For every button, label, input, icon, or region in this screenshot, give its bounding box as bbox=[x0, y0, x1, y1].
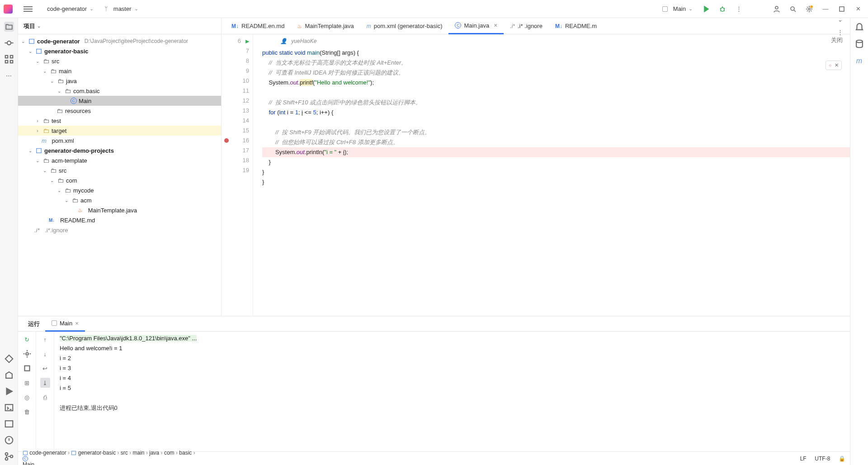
tree-item[interactable]: ⌄🗀main bbox=[18, 66, 221, 76]
breadcrumb-item[interactable]: com bbox=[164, 450, 175, 456]
breadcrumb-item[interactable]: basic bbox=[179, 450, 192, 456]
svg-point-14 bbox=[5, 453, 8, 456]
more-tool-icon[interactable]: ⋯ bbox=[4, 70, 14, 80]
run-icon[interactable] bbox=[700, 3, 712, 15]
editor-tab[interactable]: M↓README.en.md bbox=[225, 18, 291, 34]
tree-item[interactable]: ⌄🗀mycode bbox=[18, 185, 221, 195]
status-lock-icon[interactable]: 🔒 bbox=[839, 456, 845, 462]
pin-icon[interactable]: ◎ bbox=[22, 392, 32, 402]
tree-item[interactable]: .i* .i*.ignore bbox=[18, 225, 221, 235]
tree-item-selected[interactable]: CMain bbox=[18, 96, 221, 106]
tabs-dropdown-icon[interactable]: ⌄ bbox=[834, 14, 846, 26]
editor-gutter[interactable]: 6▶78910111213141516171819 bbox=[222, 34, 253, 316]
more-actions-icon[interactable]: ⋮ bbox=[732, 3, 745, 15]
tree-item[interactable]: ⌄generator-demo-projects bbox=[18, 146, 221, 155]
search-icon[interactable] bbox=[787, 3, 799, 15]
breadcrumb-item[interactable]: code-generator bbox=[23, 450, 66, 456]
soft-wrap-icon[interactable]: ↩ bbox=[40, 363, 50, 373]
top-bar: code-generator ᛘ master Main ⋮ — ✕ bbox=[0, 0, 868, 18]
scroll-up-icon[interactable]: ↑ bbox=[40, 334, 50, 344]
tree-item[interactable]: ⌄🗀com bbox=[18, 175, 221, 185]
terminal-tool-icon[interactable] bbox=[4, 403, 14, 413]
commit-tool-icon[interactable] bbox=[4, 38, 14, 48]
svg-point-2 bbox=[791, 7, 794, 10]
svg-point-16 bbox=[10, 455, 13, 458]
tree-item[interactable]: m pom.xml bbox=[18, 136, 221, 146]
svg-point-0 bbox=[721, 8, 724, 11]
debug-icon[interactable] bbox=[716, 3, 729, 15]
project-tool-icon[interactable] bbox=[4, 22, 14, 32]
tree-root[interactable]: ⌄code-generatorD:\JavaProject\giteeProje… bbox=[18, 36, 221, 46]
tree-item[interactable]: ⌄🗀acm-template bbox=[18, 155, 221, 165]
tree-item[interactable]: ›🗀target bbox=[18, 126, 221, 136]
breadcrumb-item[interactable]: C Main bbox=[23, 456, 195, 465]
editor-area: M↓README.en.md♨MainTemplate.javampom.xml… bbox=[222, 18, 850, 316]
problems-tool-icon[interactable] bbox=[4, 435, 14, 445]
tree-item[interactable]: ⌄🗀src bbox=[18, 56, 221, 66]
stop-icon[interactable] bbox=[22, 363, 32, 373]
run-panel: 运行 Main× ↻ ⊞ ◎ 🗑 ↑ ↓ ↩ ⤓ ⎙ bbox=[18, 316, 850, 451]
run-tab[interactable]: Main× bbox=[45, 316, 85, 332]
notifications-icon[interactable] bbox=[854, 22, 864, 32]
status-encoding[interactable]: UTF-8 bbox=[815, 456, 830, 462]
delete-icon[interactable]: 🗑 bbox=[22, 407, 32, 417]
close-window-icon[interactable]: ✕ bbox=[852, 3, 864, 15]
rerun-icon[interactable]: ↻ bbox=[22, 334, 32, 344]
print-icon[interactable]: ⎙ bbox=[40, 392, 50, 402]
settings-icon[interactable] bbox=[803, 3, 816, 15]
breadcrumb-item[interactable]: generator-basic bbox=[71, 450, 116, 456]
vcs-tool-icon[interactable] bbox=[4, 451, 14, 461]
build-tool-icon[interactable] bbox=[4, 370, 14, 380]
status-lf[interactable]: LF bbox=[800, 456, 807, 462]
run-tool-buttons: ↻ ⊞ ◎ 🗑 bbox=[18, 332, 36, 451]
right-tool-strip: m bbox=[850, 18, 868, 465]
tree-item[interactable]: ⌄🗀com.basic bbox=[18, 86, 221, 96]
project-panel-header[interactable]: 项目⌄ bbox=[18, 18, 221, 34]
scroll-down-icon[interactable]: ↓ bbox=[40, 349, 50, 359]
console-output[interactable]: "C:\Program Files\Java\jdk1.8.0_121\bin\… bbox=[54, 332, 850, 451]
inspection-indicator[interactable]: ⟐✕ bbox=[826, 61, 842, 70]
editor-tab[interactable]: M↓README.m bbox=[549, 18, 603, 34]
editor-tab[interactable]: CMain.java× bbox=[448, 18, 504, 34]
structure-tool-icon[interactable] bbox=[4, 54, 14, 64]
editor-body[interactable]: 6▶78910111213141516171819 👤 yueHaoKepubl… bbox=[222, 34, 850, 316]
tab-close-icon[interactable]: × bbox=[494, 22, 497, 29]
editor-close-label[interactable]: 关闭 bbox=[831, 36, 843, 44]
editor-tab[interactable]: mpom.xml (generator-basic) bbox=[360, 18, 449, 34]
run-tool-icon[interactable] bbox=[4, 386, 14, 396]
tree-item[interactable]: ›🗀test bbox=[18, 116, 221, 126]
run-config-selector[interactable]: Main bbox=[659, 4, 696, 14]
breadcrumb-item[interactable]: main bbox=[133, 450, 145, 456]
editor-tab[interactable]: .i*.i* .ignore bbox=[504, 18, 549, 34]
account-icon[interactable] bbox=[770, 3, 783, 15]
svg-rect-22 bbox=[24, 451, 28, 455]
tree-item[interactable]: ⌄generator-basic bbox=[18, 46, 221, 56]
scroll-end-icon[interactable]: ⤓ bbox=[40, 378, 50, 388]
tree-item[interactable]: M↓ README.md bbox=[18, 215, 221, 225]
breadcrumb-item[interactable]: src bbox=[121, 450, 128, 456]
breadcrumb-item[interactable]: java bbox=[149, 450, 159, 456]
hamburger-menu-icon[interactable] bbox=[24, 6, 33, 12]
branch-selector[interactable]: ᛘ master bbox=[101, 4, 142, 14]
minimize-icon[interactable]: — bbox=[819, 3, 832, 15]
services-tool-icon[interactable] bbox=[4, 354, 14, 364]
layout-icon[interactable]: ⊞ bbox=[22, 378, 32, 388]
database-tool-icon[interactable] bbox=[4, 419, 14, 429]
tree-item[interactable]: 🗀resources bbox=[18, 106, 221, 116]
project-tree[interactable]: ⌄code-generatorD:\JavaProject\giteeProje… bbox=[18, 34, 221, 316]
svg-point-3 bbox=[808, 8, 810, 10]
database-icon[interactable] bbox=[854, 39, 864, 49]
tree-item[interactable]: ⌄🗀acm bbox=[18, 195, 221, 205]
breadcrumb[interactable]: code-generator › generator-basic › src ›… bbox=[23, 450, 195, 465]
svg-rect-21 bbox=[24, 366, 29, 371]
maven-icon[interactable]: m bbox=[854, 56, 864, 66]
run-settings-icon[interactable] bbox=[22, 349, 32, 359]
editor-code[interactable]: 👤 yueHaoKepublic static void main(String… bbox=[253, 34, 850, 316]
tree-item[interactable]: ⌄🗀java bbox=[18, 76, 221, 86]
project-selector[interactable]: code-generator bbox=[43, 4, 97, 14]
branch-name: master bbox=[113, 5, 132, 12]
svg-rect-6 bbox=[5, 56, 8, 58]
editor-tab[interactable]: ♨MainTemplate.java bbox=[291, 18, 360, 34]
tree-item[interactable]: ♨ MainTemplate.java bbox=[18, 205, 221, 215]
tree-item[interactable]: ⌄🗀src bbox=[18, 165, 221, 175]
